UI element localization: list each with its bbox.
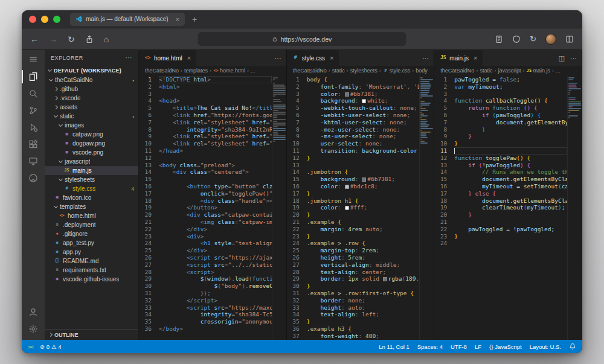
tree-item-thecatsaidno[interactable]: theCatSaidNo● bbox=[45, 75, 138, 85]
code-area[interactable]: pawToggled = false;var myTimeout; functi… bbox=[451, 75, 567, 340]
tree-item-.deployment[interactable]: ⚙.deployment bbox=[45, 220, 138, 229]
line-number[interactable]: 24 bbox=[287, 240, 300, 247]
tree-item-templates[interactable]: templates bbox=[45, 202, 138, 211]
code-line[interactable]: -webkit-user-select: none; bbox=[307, 112, 420, 119]
tree-item-vscode.png[interactable]: ▣vscode.png bbox=[45, 148, 138, 157]
code-line[interactable]: .jumbotron { bbox=[307, 168, 420, 176]
code-line[interactable]: } else { bbox=[454, 190, 567, 197]
line-number[interactable]: 15 bbox=[139, 176, 152, 183]
code-area[interactable]: body { font-family: 'Montserrat', 'Lato'… bbox=[303, 75, 420, 340]
minimap[interactable] bbox=[272, 75, 286, 340]
code-line[interactable]: <link rel="stylesheet" href="../static/ bbox=[159, 140, 272, 147]
line-number[interactable]: 9 bbox=[287, 133, 300, 140]
keyboard-layout-status[interactable]: Layout: U.S. bbox=[530, 343, 561, 350]
close-tab-icon[interactable]: × bbox=[187, 54, 191, 62]
tree-item-catpaw.png[interactable]: ▣catpaw.png bbox=[45, 130, 138, 139]
line-number[interactable]: 37 bbox=[287, 333, 300, 340]
line-number[interactable]: 14 bbox=[139, 168, 152, 176]
code-line[interactable] bbox=[454, 147, 567, 155]
breadcrumb-item[interactable]: ... bbox=[556, 68, 561, 74]
code-line[interactable]: <body class="preload"> bbox=[159, 162, 272, 169]
line-number[interactable]: 7 bbox=[287, 119, 300, 126]
tree-item-.gitignore[interactable]: ◆.gitignore bbox=[45, 229, 138, 238]
split-editor-icon[interactable]: ◫ bbox=[559, 54, 565, 62]
sync-icon[interactable]: ↻ bbox=[530, 35, 536, 43]
code-line[interactable] bbox=[454, 219, 567, 226]
line-number[interactable]: 33 bbox=[139, 304, 152, 311]
line-number[interactable]: 29 bbox=[287, 275, 300, 283]
line-number[interactable]: 29 bbox=[139, 275, 152, 283]
code-line[interactable]: <button type="button" class="btn bbox=[159, 183, 272, 190]
line-number[interactable]: 13 bbox=[434, 162, 447, 169]
code-line[interactable]: } bbox=[307, 155, 420, 162]
code-line[interactable]: <script src="../../static/javascript/mai bbox=[159, 261, 272, 269]
line-number[interactable]: 15 bbox=[287, 176, 300, 183]
code-line[interactable]: <script src="https://ajax.googleapis.com bbox=[159, 254, 272, 261]
code-line[interactable]: </head> bbox=[159, 147, 272, 155]
code-line[interactable]: } bbox=[454, 211, 567, 219]
line-number[interactable]: 14 bbox=[287, 168, 300, 176]
encoding-status[interactable]: UTF-8 bbox=[451, 343, 467, 350]
code-area[interactable]: <!DOCTYPE html><html> <head> <title>The … bbox=[155, 75, 272, 340]
line-numbers-gutter[interactable]: 1234567891011121314151617181920212223242… bbox=[287, 75, 303, 340]
line-number[interactable]: 3 bbox=[434, 91, 447, 98]
line-number[interactable]: 18 bbox=[287, 197, 300, 205]
line-number[interactable]: 2 bbox=[139, 83, 152, 91]
code-line[interactable]: integrity="sha384-9aIt2nRpC12Uk9gS9baDl4… bbox=[159, 126, 272, 133]
line-number[interactable]: 12 bbox=[287, 155, 300, 162]
code-line[interactable]: if (pawToggled) { bbox=[454, 112, 567, 119]
line-number[interactable]: 19 bbox=[139, 204, 152, 211]
line-number[interactable]: 26 bbox=[139, 254, 152, 261]
minimap[interactable] bbox=[567, 75, 582, 340]
zoom-window-button[interactable] bbox=[53, 16, 60, 23]
settings-icon[interactable] bbox=[22, 321, 45, 337]
code-line[interactable]: body { bbox=[307, 76, 420, 83]
code-line[interactable]: } bbox=[307, 233, 420, 240]
line-number[interactable]: 4 bbox=[434, 97, 447, 104]
code-line[interactable]: color: #bdc1c8; bbox=[307, 183, 420, 190]
tree-item-app.py[interactable]: ●app.py bbox=[45, 247, 138, 257]
code-line[interactable]: margin: 4rem auto; bbox=[307, 226, 420, 233]
line-number[interactable]: 27 bbox=[139, 261, 152, 269]
code-line[interactable]: pawToggled = !pawToggled; bbox=[454, 226, 567, 233]
tree-item-style.css[interactable]: #style.css4 bbox=[45, 184, 138, 193]
line-number[interactable]: 13 bbox=[139, 162, 152, 169]
tree-item-readme.md[interactable]: ⓘREADME.md bbox=[45, 257, 138, 266]
tree-item-vscode.github-issues[interactable]: ◉vscode.github-issues bbox=[45, 275, 138, 284]
close-tab-icon[interactable]: × bbox=[474, 54, 477, 62]
tree-item-app_test.py[interactable]: ●app_test.py bbox=[45, 238, 138, 247]
code-line[interactable]: } bbox=[454, 140, 567, 147]
code-line[interactable]: } bbox=[454, 233, 567, 240]
line-number[interactable]: 15 bbox=[434, 176, 447, 183]
eol-status[interactable]: LF bbox=[475, 343, 481, 350]
tab-overview-icon[interactable] bbox=[565, 35, 574, 43]
close-tab-icon[interactable]: × bbox=[330, 54, 333, 62]
code-line[interactable]: </div> bbox=[159, 226, 272, 233]
tree-item-assets[interactable]: assets bbox=[45, 103, 138, 112]
reading-list-icon[interactable] bbox=[495, 35, 503, 43]
code-line[interactable]: border: none; bbox=[307, 297, 420, 304]
line-number[interactable]: 24 bbox=[434, 240, 447, 247]
line-number[interactable]: 4 bbox=[139, 97, 152, 104]
code-line[interactable]: height: auto; bbox=[307, 304, 420, 311]
tree-item-stylesheets[interactable]: stylesheets bbox=[45, 175, 138, 184]
line-number[interactable]: 12 bbox=[434, 155, 447, 162]
tree-item-.vscode[interactable]: .vscode bbox=[45, 94, 138, 103]
code-line[interactable]: font-family: 'Montserrat', 'Lato', 'Open… bbox=[307, 83, 420, 91]
line-number[interactable]: 27 bbox=[287, 261, 300, 269]
code-line[interactable]: <div> bbox=[159, 233, 272, 240]
line-number[interactable]: 4 bbox=[287, 97, 300, 104]
remote-indicator[interactable]: >< bbox=[28, 343, 33, 350]
code-line[interactable]: .example > .row:first-of-type { bbox=[307, 290, 420, 297]
tree-item-javascript[interactable]: javascript bbox=[45, 157, 138, 166]
code-line[interactable]: if (!pawToggled) { bbox=[454, 162, 567, 169]
code-line[interactable]: <link href="https://fonts.googleapis.com… bbox=[159, 112, 272, 119]
code-line[interactable]: text-align: center; bbox=[307, 269, 420, 276]
line-number[interactable]: 24 bbox=[139, 240, 152, 247]
minimize-window-button[interactable] bbox=[41, 16, 48, 23]
line-number[interactable]: 16 bbox=[287, 183, 300, 190]
line-number[interactable]: 8 bbox=[287, 126, 300, 133]
code-line[interactable]: $("body").removeClass(" bbox=[159, 283, 272, 290]
breadcrumb-item[interactable]: theCatSaidNo bbox=[145, 68, 179, 74]
code-line[interactable]: <html> bbox=[159, 83, 272, 91]
